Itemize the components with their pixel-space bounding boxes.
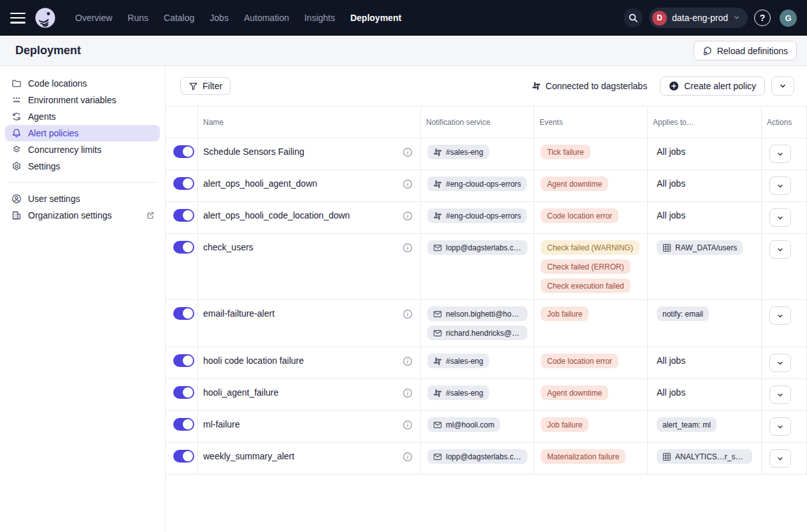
column-header-applies-to: Applies to… [647,106,761,138]
deployment-name: data-eng-prod [672,13,728,23]
row-actions-button[interactable] [769,145,791,163]
app-window: OverviewRunsCatalogJobsAutomationInsight… [0,0,807,532]
sidebar-item-agents[interactable]: Agents [5,108,160,125]
notification-service-cell: #sales-eng [420,138,534,169]
column-header-actions: Actions [761,106,806,138]
sidebar-item-alert-policies[interactable]: Alert policies [5,125,160,141]
reload-icon [703,46,713,56]
actions-cell [761,411,806,442]
user-avatar[interactable]: G [780,10,797,27]
events-cell: Job failure [534,411,647,442]
create-alert-policy-button[interactable]: Create alert policy [660,76,765,96]
sidebar-item-environment-variables[interactable]: Environment variables [5,92,160,108]
help-icon[interactable]: ? [754,10,771,26]
events-cell: Code location error [534,347,647,378]
notification-label: richard.hendricks@hooli… [446,329,522,338]
info-icon[interactable] [403,211,413,221]
row-actions-button[interactable] [769,176,791,195]
sidebar-divider [9,182,156,183]
name-cell: email-failture-alert [197,300,420,347]
nav-item-deployment[interactable]: Deployment [344,9,408,27]
alert-enabled-toggle[interactable] [173,450,194,463]
sidebar-item-code-locations[interactable]: Code locations [5,75,160,92]
row-actions-button[interactable] [769,449,791,468]
notification-service-cell: lopp@dagsterlabs.com [420,443,534,474]
agents-icon [11,111,22,122]
info-icon[interactable] [403,420,413,430]
email-icon [433,243,442,252]
toggle-cell [166,411,197,442]
info-icon[interactable] [403,388,413,398]
info-icon[interactable] [403,452,413,462]
info-icon[interactable] [403,147,413,157]
deployment-switcher[interactable]: D data-eng-prod [649,8,748,28]
nav-item-overview[interactable]: Overview [69,9,118,27]
notification-label: #eng-cloud-ops-errors [446,212,521,220]
table-row: email-failture-alertnelson.bighetti@hool… [166,300,806,347]
create-alert-policy-menu-button[interactable] [771,76,794,96]
notification-service-cell: #eng-cloud-ops-errors [420,170,534,201]
alert-enabled-toggle[interactable] [173,145,194,158]
sidebar-item-user-settings[interactable]: User settings [5,191,160,207]
info-icon[interactable] [403,179,413,189]
alert-policy-name: Schedule Sensors Failing [203,147,304,157]
sidebar-item-organization-settings[interactable]: Organization settings [5,207,160,224]
nav-item-automation[interactable]: Automation [238,9,296,27]
create-alert-policy-label: Create alert policy [684,81,756,91]
row-actions-button[interactable] [769,306,791,325]
row-actions-button[interactable] [769,417,791,436]
row-actions-button[interactable] [769,208,791,227]
alert-policy-name: ml-failure [203,419,240,429]
chevron-down-icon [733,12,740,24]
event-pill: Check failed (WARNING) [541,240,639,255]
notification-pill: lopp@dagsterlabs.com [427,449,527,464]
toggle-knob [183,210,193,220]
sidebar-item-label: Agents [28,111,56,122]
slack-icon [433,148,442,157]
sidebar-item-concurrency-limits[interactable]: Concurrency limits [5,141,160,158]
alert-enabled-toggle[interactable] [173,307,194,320]
notification-pill: #sales-eng [427,354,489,368]
dagster-logo-icon[interactable] [34,7,56,29]
notification-pill: #eng-cloud-ops-errors [427,176,527,191]
folder-icon [11,78,22,89]
name-cell: hooli code location failure [197,347,420,378]
connection-status[interactable]: Connected to dagsterlabs [532,81,648,91]
layers-icon [11,145,22,155]
nav-item-jobs[interactable]: Jobs [203,9,235,27]
notification-label: #sales-eng [446,357,483,366]
nav-item-runs[interactable]: Runs [121,9,155,27]
search-icon[interactable] [624,8,643,27]
alert-enabled-toggle[interactable] [173,241,194,254]
events-cell: Agent downtime [534,170,647,201]
notification-service-cell: #eng-cloud-ops-errors [420,202,534,233]
nav-item-insights[interactable]: Insights [298,9,341,27]
hamburger-menu-icon[interactable] [10,13,25,24]
row-actions-button[interactable] [769,240,791,259]
organization-icon [11,210,22,220]
alert-enabled-toggle[interactable] [173,354,194,367]
topnav-right-cluster: D data-eng-prod ? G [624,8,797,28]
table-row: check_userslopp@dagsterlabs.comCheck fai… [166,234,806,300]
filter-button[interactable]: Filter [180,77,231,95]
info-icon[interactable] [403,356,413,366]
info-icon[interactable] [403,309,413,319]
nav-item-catalog[interactable]: Catalog [157,9,201,27]
info-icon[interactable] [403,243,413,253]
reload-definitions-button[interactable]: Reload definitions [694,41,797,61]
alert-enabled-toggle[interactable] [173,209,194,222]
name-cell: alert_ops_hooli_code_location_down [197,202,420,233]
alert-policy-name: email-failture-alert [203,308,275,319]
reload-definitions-label: Reload definitions [717,46,788,56]
row-actions-button[interactable] [769,385,791,404]
page-title: Deployment [15,44,81,57]
sidebar-item-settings[interactable]: Settings [5,158,160,175]
event-pill: Job failure [541,417,589,432]
alert-enabled-toggle[interactable] [173,418,194,431]
alert-enabled-toggle[interactable] [173,386,194,399]
name-cell: Schedule Sensors Failing [197,138,420,169]
toggle-knob [183,387,193,398]
row-actions-button[interactable] [769,354,791,372]
alert-enabled-toggle[interactable] [173,177,194,190]
user-icon [11,194,22,204]
